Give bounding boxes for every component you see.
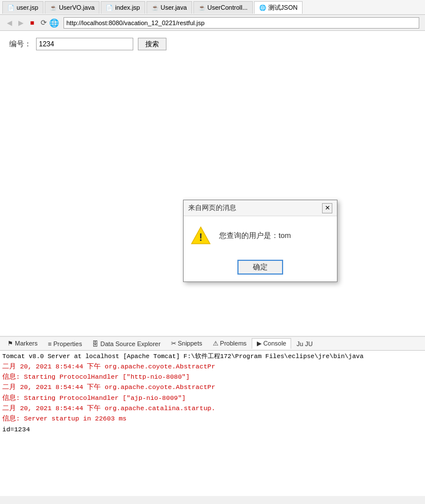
- properties-icon: ≡: [48, 340, 51, 347]
- console-header-line: Tomcat v8.0 Server at localhost [Apache …: [2, 352, 423, 362]
- navigation-bar: ◀ ▶ ■ ⟳ 🌐: [0, 15, 425, 31]
- dialog-title-text: 来自网页的消息: [188, 203, 236, 213]
- snippets-icon: ✂: [171, 340, 176, 347]
- stop-button[interactable]: ■: [26, 17, 38, 29]
- dialog-close-button[interactable]: ✕: [322, 203, 332, 213]
- jsp-icon: 📄: [7, 5, 14, 11]
- console-tab-datasource[interactable]: 🗄 Data Source Explorer: [87, 339, 165, 349]
- ok-button[interactable]: 确定: [237, 260, 283, 275]
- console-tab-snippets[interactable]: ✂ Snippets: [166, 338, 208, 349]
- console-log-line-6: id=1234: [2, 424, 423, 435]
- console-log-line-0: 二月 20, 2021 8:54:44 下午 org.apache.coyote…: [2, 362, 423, 372]
- dialog-message-text: 您查询的用户是：tom: [219, 231, 291, 241]
- console-tab-problems[interactable]: ⚠ Problems: [208, 338, 252, 349]
- dialog-overlay: 来自网页的消息 ✕ ! 您查询的用户是：tom 确定: [0, 31, 425, 336]
- console-body: Tomcat v8.0 Server at localhost [Apache …: [0, 351, 425, 496]
- problems-icon: ⚠: [213, 340, 219, 347]
- java-icon-2: ☕: [152, 5, 158, 11]
- address-bar-input[interactable]: [63, 17, 419, 29]
- console-log-line-5: 信息: Server startup in 22603 ms: [2, 414, 423, 424]
- datasource-icon: 🗄: [92, 340, 98, 347]
- java-icon-3: ☕: [198, 5, 205, 11]
- dialog-footer: 确定: [184, 255, 337, 281]
- tab-uservo-java[interactable]: ☕ UserVO.java: [45, 1, 100, 14]
- console-tab-properties[interactable]: ≡ Properties: [43, 339, 88, 349]
- console-log-line-4: 二月 20, 2021 8:54:44 下午 org.apache.catali…: [2, 403, 423, 414]
- markers-icon: ⚑: [7, 340, 13, 347]
- svg-text:!: !: [199, 232, 202, 243]
- console-tab-console[interactable]: ▶ Console: [252, 338, 291, 349]
- console-tab-markers[interactable]: ⚑ Markers: [2, 338, 43, 349]
- refresh-button[interactable]: ⟳: [38, 17, 49, 29]
- console-tabs-bar: ⚑ Markers ≡ Properties 🗄 Data Source Exp…: [0, 337, 425, 351]
- tab-user-java[interactable]: ☕ User.java: [146, 1, 192, 14]
- forward-button[interactable]: ▶: [15, 17, 26, 29]
- globe-tab-icon: 🌐: [259, 5, 266, 11]
- dialog-body: ! 您查询的用户是：tom: [184, 216, 337, 255]
- warning-icon: !: [190, 225, 211, 246]
- java-icon: ☕: [50, 5, 57, 11]
- ide-tabs-bar: 📄 user.jsp ☕ UserVO.java 📄 index.jsp ☕ U…: [0, 0, 425, 15]
- tab-index-jsp[interactable]: 📄 index.jsp: [101, 1, 145, 14]
- tab-user-jsp[interactable]: 📄 user.jsp: [2, 1, 43, 14]
- console-panel: ⚑ Markers ≡ Properties 🗄 Data Source Exp…: [0, 337, 425, 496]
- alert-dialog: 来自网页的消息 ✕ ! 您查询的用户是：tom 确定: [183, 200, 337, 282]
- refresh-icon: ⟳: [41, 18, 47, 27]
- browser-content-area: 编号： 搜索 来自网页的消息 ✕ ! 您查询的用户是：tom 确定: [0, 31, 425, 337]
- console-log-line-2: 二月 20, 2021 8:54:44 下午 org.apache.coyote…: [2, 382, 423, 392]
- console-log-line-3: 信息: Starting ProtocolHandler ["ajp-nio-8…: [2, 393, 423, 403]
- console-tab-ju[interactable]: Ju JU: [291, 339, 317, 349]
- back-button[interactable]: ◀: [3, 17, 15, 29]
- tab-usercontroll[interactable]: ☕ UserControll...: [193, 1, 253, 14]
- dialog-title-bar: 来自网页的消息 ✕: [184, 200, 337, 216]
- page-globe-icon: 🌐: [49, 18, 59, 27]
- tab-testjson[interactable]: 🌐 测试JSON: [254, 1, 303, 14]
- console-icon: ▶: [257, 340, 261, 347]
- jsp-icon-2: 📄: [106, 5, 113, 11]
- console-log-line-1: 信息: Starting ProtocolHandler ["http-nio-…: [2, 372, 423, 382]
